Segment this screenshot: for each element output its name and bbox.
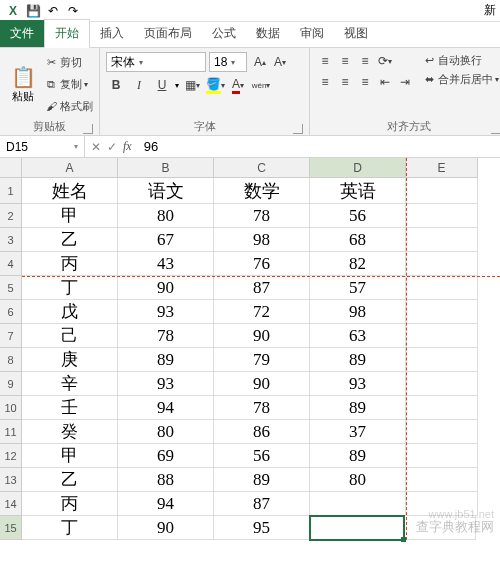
cell[interactable]: 数学 [214, 178, 310, 204]
merge-center-button[interactable]: ⬌合并后居中▾ [420, 71, 500, 88]
cell[interactable] [406, 468, 478, 492]
cell[interactable] [406, 420, 478, 444]
align-right-button[interactable]: ≡ [356, 73, 374, 91]
cell[interactable]: 己 [22, 324, 118, 348]
cell[interactable]: 94 [118, 396, 214, 420]
cell[interactable] [406, 492, 478, 516]
cell[interactable]: 姓名 [22, 178, 118, 204]
cut-button[interactable]: ✂剪切 [42, 54, 95, 71]
cell[interactable]: 87 [214, 492, 310, 516]
font-size-combo[interactable]: 18▾ [209, 52, 247, 72]
align-left-button[interactable]: ≡ [316, 73, 334, 91]
phonetic-button[interactable]: wén▾ [251, 76, 271, 94]
col-header-c[interactable]: C [214, 158, 310, 178]
cell[interactable] [406, 276, 478, 300]
format-painter-button[interactable]: 🖌格式刷 [42, 98, 95, 115]
shrink-font-button[interactable]: A▾ [271, 53, 289, 71]
cell[interactable] [404, 516, 476, 540]
cell[interactable]: 79 [214, 348, 310, 372]
copy-button[interactable]: ⧉复制 ▾ [42, 76, 95, 93]
row-header[interactable]: 10 [0, 396, 22, 420]
cell[interactable]: 90 [118, 516, 214, 540]
cell[interactable]: 庚 [22, 348, 118, 372]
cell[interactable]: 丙 [22, 252, 118, 276]
row-header[interactable]: 8 [0, 348, 22, 372]
cell[interactable]: 78 [118, 324, 214, 348]
cell[interactable]: 57 [310, 276, 406, 300]
select-all-corner[interactable] [0, 158, 22, 178]
cell[interactable]: 辛 [22, 372, 118, 396]
cell[interactable] [310, 492, 406, 516]
cell[interactable]: 37 [310, 420, 406, 444]
cell[interactable]: 癸 [22, 420, 118, 444]
spreadsheet-grid[interactable]: A B C D E 1姓名语文数学英语2甲8078563乙6798684丙437… [0, 158, 500, 540]
enter-formula-icon[interactable]: ✓ [107, 140, 117, 154]
increase-indent-button[interactable]: ⇥ [396, 73, 414, 91]
tab-file[interactable]: 文件 [0, 20, 44, 47]
dialog-launcher-icon[interactable] [83, 124, 93, 134]
cell[interactable]: 95 [214, 516, 310, 540]
cell[interactable]: 93 [118, 372, 214, 396]
redo-button[interactable]: ↷ [64, 2, 82, 20]
cell[interactable]: 98 [214, 228, 310, 252]
font-name-combo[interactable]: 宋体▾ [106, 52, 206, 72]
row-header[interactable]: 5 [0, 276, 22, 300]
col-header-b[interactable]: B [118, 158, 214, 178]
cell[interactable]: 89 [310, 396, 406, 420]
cell[interactable]: 89 [310, 444, 406, 468]
cell[interactable]: 88 [118, 468, 214, 492]
cell[interactable]: 94 [118, 492, 214, 516]
formula-input[interactable]: 96 [138, 139, 500, 154]
cell[interactable]: 89 [214, 468, 310, 492]
cell[interactable]: 56 [310, 204, 406, 228]
cell[interactable] [406, 324, 478, 348]
bold-button[interactable]: B [106, 76, 126, 94]
cell[interactable]: 86 [214, 420, 310, 444]
cell[interactable]: 78 [214, 396, 310, 420]
row-header[interactable]: 4 [0, 252, 22, 276]
cell[interactable]: 甲 [22, 444, 118, 468]
row-header[interactable]: 7 [0, 324, 22, 348]
cell[interactable]: 67 [118, 228, 214, 252]
row-header[interactable]: 12 [0, 444, 22, 468]
cell[interactable]: 98 [310, 300, 406, 324]
cancel-formula-icon[interactable]: ✕ [91, 140, 101, 154]
cell[interactable]: 89 [118, 348, 214, 372]
cell[interactable]: 乙 [22, 468, 118, 492]
align-center-button[interactable]: ≡ [336, 73, 354, 91]
decrease-indent-button[interactable]: ⇤ [376, 73, 394, 91]
cell[interactable]: 甲 [22, 204, 118, 228]
name-box[interactable]: D15▾ [0, 136, 85, 157]
tab-page-layout[interactable]: 页面布局 [134, 20, 202, 47]
tab-data[interactable]: 数据 [246, 20, 290, 47]
col-header-a[interactable]: A [22, 158, 118, 178]
undo-button[interactable]: ↶ [44, 2, 62, 20]
cell[interactable]: 93 [118, 300, 214, 324]
align-bottom-button[interactable]: ≡ [356, 52, 374, 70]
border-button[interactable]: ▦▾ [182, 76, 202, 94]
cell[interactable]: 72 [214, 300, 310, 324]
cell[interactable] [406, 348, 478, 372]
row-header[interactable]: 14 [0, 492, 22, 516]
dialog-launcher-icon[interactable] [491, 124, 500, 134]
row-header[interactable]: 9 [0, 372, 22, 396]
cell[interactable] [406, 204, 478, 228]
row-header[interactable]: 3 [0, 228, 22, 252]
active-cell[interactable] [309, 515, 405, 541]
tab-review[interactable]: 审阅 [290, 20, 334, 47]
cell[interactable]: 43 [118, 252, 214, 276]
grow-font-button[interactable]: A▴ [251, 53, 269, 71]
italic-button[interactable]: I [129, 76, 149, 94]
cell[interactable]: 乙 [22, 228, 118, 252]
row-header[interactable]: 13 [0, 468, 22, 492]
cell[interactable]: 76 [214, 252, 310, 276]
cell[interactable]: 69 [118, 444, 214, 468]
cell[interactable]: 丙 [22, 492, 118, 516]
cell[interactable]: 87 [214, 276, 310, 300]
col-header-d[interactable]: D [310, 158, 406, 178]
cell[interactable]: 壬 [22, 396, 118, 420]
tab-home[interactable]: 开始 [44, 19, 90, 48]
cell[interactable]: 89 [310, 348, 406, 372]
cell[interactable] [406, 300, 478, 324]
cell[interactable]: 68 [310, 228, 406, 252]
